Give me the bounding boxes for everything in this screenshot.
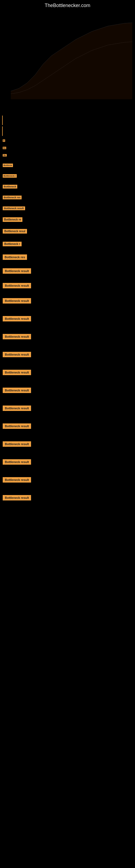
result-badge-11: Bottleneck r	[3, 242, 21, 246]
result-row-20: Bottleneck result	[1, 385, 134, 395]
result-badge-23: Bottleneck result	[3, 441, 31, 447]
result-badge-1: B	[3, 140, 5, 142]
result-row-4: Bottlene	[1, 161, 134, 169]
result-row-15: Bottleneck result	[1, 296, 134, 306]
result-row-12: Bottleneck res	[1, 252, 134, 262]
result-badge-12: Bottleneck res	[3, 254, 27, 260]
vert-indicator-2	[2, 126, 3, 136]
result-row-8: Bottleneck result	[1, 204, 134, 212]
result-badge-5: Bottleneck r	[3, 174, 17, 178]
result-row-9: Bottleneck re	[1, 215, 134, 224]
result-badge-7: Bottleneck res	[3, 195, 21, 199]
vert-indicator-1	[2, 116, 3, 125]
result-badge-19: Bottleneck result	[3, 370, 31, 375]
result-row-7: Bottleneck res	[1, 193, 134, 202]
result-row-1: B	[1, 137, 134, 144]
result-badge-13: Bottleneck result	[3, 268, 31, 274]
chart-area	[0, 10, 135, 113]
results-section: B Bo Bo Bottlene Bottleneck r Bottleneck…	[0, 137, 135, 503]
result-row-24: Bottleneck result	[1, 457, 134, 467]
result-row-19: Bottleneck result	[1, 368, 134, 377]
result-badge-4: Bottlene	[3, 163, 13, 167]
result-badge-21: Bottleneck result	[3, 405, 31, 411]
result-badge-14: Bottleneck result	[3, 283, 31, 288]
result-row-14: Bottleneck result	[1, 281, 134, 290]
result-row-25: Bottleneck result	[1, 475, 134, 485]
result-row-10: Bottleneck resul	[1, 227, 134, 236]
result-badge-8: Bottleneck result	[3, 207, 25, 210]
result-row-2: Bo	[1, 145, 134, 151]
result-badge-25: Bottleneck result	[3, 477, 31, 483]
result-badge-22: Bottleneck result	[3, 424, 31, 429]
result-row-6: Bottleneck	[1, 183, 134, 191]
result-row-23: Bottleneck result	[1, 439, 134, 449]
result-badge-2: Bo	[3, 147, 6, 149]
result-badge-17: Bottleneck result	[3, 334, 31, 339]
result-badge-10: Bottleneck resul	[3, 229, 27, 234]
result-row-5: Bottleneck r	[1, 172, 134, 180]
result-row-13: Bottleneck result	[1, 266, 134, 276]
site-title: TheBottlenecker.com	[0, 0, 135, 10]
result-row-21: Bottleneck result	[1, 403, 134, 413]
result-row-18: Bottleneck result	[1, 350, 134, 360]
result-row-3: Bo	[1, 152, 134, 159]
result-row-11: Bottleneck r	[1, 240, 134, 248]
result-badge-16: Bottleneck result	[3, 316, 31, 321]
result-row-22: Bottleneck result	[1, 421, 134, 431]
result-badge-24: Bottleneck result	[3, 459, 31, 465]
result-badge-3: Bo	[3, 154, 7, 156]
chart-svg	[0, 10, 135, 99]
result-badge-18: Bottleneck result	[3, 352, 31, 357]
result-row-17: Bottleneck result	[1, 332, 134, 341]
result-row-16: Bottleneck result	[1, 314, 134, 323]
vertical-indicators	[0, 113, 135, 136]
result-badge-15: Bottleneck result	[3, 298, 31, 304]
result-badge-6: Bottleneck	[3, 185, 17, 188]
result-badge-20: Bottleneck result	[3, 388, 31, 393]
result-badge-26: Bottleneck result	[3, 495, 31, 500]
result-badge-9: Bottleneck re	[3, 217, 22, 222]
result-row-26: Bottleneck result	[1, 493, 134, 503]
